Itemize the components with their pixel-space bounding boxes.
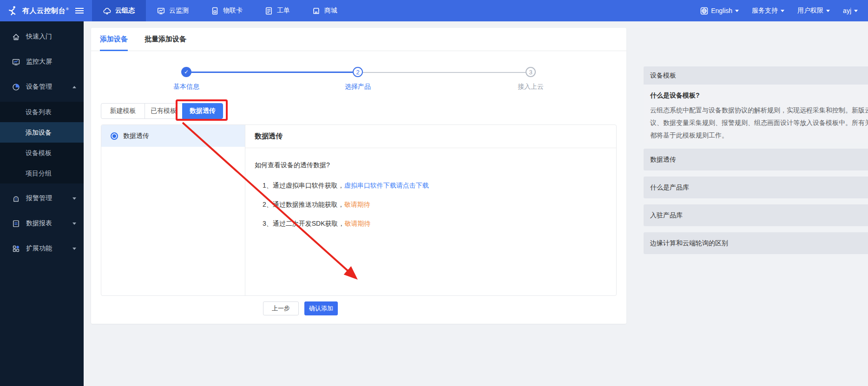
nav-label: 云组态 [115,7,135,15]
card-tabs: 添加设备 批量添加设备 [91,28,626,51]
detail-body: 如何查看设备的透传数据? 1、通过虚拟串口软件获取，虚拟串口软件下载请点击下载 … [245,148,616,228]
sidebar-item-alarm-manage[interactable]: 报警管理 [0,191,84,206]
chevron-down-icon [72,248,76,252]
help-section-device-template-body: 什么是设备模板? 云组态系统中配置与设备数据协议的解析规则，实现远程采集和控制。… [644,85,868,143]
nav-item-cloud-scada[interactable]: 云组态 [92,0,146,21]
step-1-circle-check-icon: ✓ [181,67,191,77]
sidebar-item-project-group[interactable]: 项目分组 [0,163,84,183]
step-2-label: 选择产品 [330,83,386,91]
chevron-up-icon [72,84,76,88]
coming-soon-label: 敬请期待 [345,220,371,227]
passthrough-detail: 数据透传 如何查看设备的透传数据? 1、通过虚拟串口软件获取，虚拟串口软件下载请… [245,125,616,295]
sidebar-item-add-device[interactable]: 添加设备 [0,122,84,143]
line-text: 2、通过数据推送功能获取， [263,201,344,208]
device-manage-submenu: 设备列表 添加设备 设备模板 项目分组 [0,102,84,183]
coming-soon-label: 敬请期待 [344,201,370,208]
username-label: ayj [843,7,851,14]
download-link[interactable]: 虚拟串口软件下载请点击下载 [344,182,429,189]
stepper-line-done [191,72,353,73]
chevron-down-icon [72,222,76,227]
help-answer: 云组态系统中配置与设备数据协议的解析规则，实现远程采集和控制。新版云服务将通讯协… [650,104,868,142]
help-section-device-template[interactable]: 设备模板 [644,66,868,85]
detail-question: 如何查看设备的透传数据? [255,161,607,170]
chevron-down-icon [735,10,739,14]
sidebar-item-device-list[interactable]: 设备列表 [0,102,84,122]
nav-item-work-order[interactable]: 工单 [254,0,301,21]
sidebar: 快速入门 监控大屏 设备管理 设备列表 添加设备 设备模板 项目分组 报警管理 … [0,21,84,386]
sidebar-item-extensions[interactable]: 扩展功能 [0,241,84,256]
chevron-down-icon [854,10,858,14]
help-section-data-passthrough[interactable]: 数据透传 [644,149,868,170]
sidebar-label: 扩展功能 [26,244,72,253]
globe-icon [700,7,708,15]
detail-line-2: 2、通过数据推送功能获取，敬请期待 [255,201,607,209]
stepper-line-todo [363,72,526,73]
monitor-chart-icon [157,7,165,15]
home-icon [12,33,20,41]
support-label: 服务支持 [752,7,778,15]
step-1-label: 基本信息 [158,83,214,91]
step-2-circle: 2 [353,67,363,77]
cloud-icon [103,7,111,15]
dashboard-screen-icon [12,58,20,66]
sidebar-label: 数据报表 [26,219,72,228]
confirm-add-button[interactable]: 确认添加 [304,301,338,315]
navbar-right: English 服务支持 用户权限 ayj [700,7,868,15]
chevron-down-icon [781,10,784,14]
sidebar-label: 监控大屏 [26,58,76,66]
device-manage-icon [12,83,20,91]
help-question: 什么是设备模板? [650,92,868,100]
reg-mark: ® [66,7,69,11]
runner-logo-icon [7,6,18,16]
nav-item-store[interactable]: 商城 [301,0,349,21]
list-item-label: 数据透传 [123,132,149,140]
language-dropdown[interactable]: English [700,7,739,15]
tab-batch-add-device[interactable]: 批量添加设备 [145,28,186,51]
nav-item-cloud-monitor[interactable]: 云监测 [146,0,200,21]
help-section-edge-vs-cloud-polling[interactable]: 边缘计算和云端轮询的区别 [644,232,868,254]
tab-existing-template[interactable]: 已有模板 [145,103,183,119]
chevron-down-icon [826,10,830,14]
sidebar-item-data-report[interactable]: 数据报表 [0,216,84,231]
logo[interactable]: 有人云控制台® [0,6,92,16]
sidebar-label: 报警管理 [26,194,72,203]
detail-line-3: 3、通过二次开发SDK获取，敬请期待 [255,220,607,228]
sidebar-label: 快速入门 [26,33,76,41]
sidebar-item-quick-start[interactable]: 快速入门 [0,29,84,44]
tab-add-device[interactable]: 添加设备 [100,28,128,51]
sidebar-label: 设备管理 [26,83,72,91]
passthrough-option-list: 数据透传 [101,125,245,295]
add-device-card: 添加设备 批量添加设备 ✓ 2 3 基本信息 选择产品 接入上云 新建模板 已有… [91,28,626,324]
app-title: 有人云控制台® [22,7,69,15]
prev-step-button[interactable]: 上一步 [263,301,299,315]
extension-icon [12,245,20,253]
sidebar-item-device-manage[interactable]: 设备管理 [0,79,84,94]
store-icon [312,7,320,15]
step-3-circle: 3 [526,67,536,77]
stepper: ✓ 2 3 基本信息 选择产品 接入上云 [91,67,626,95]
line-text: 1、通过虚拟串口软件获取， [263,182,344,189]
support-dropdown[interactable]: 服务支持 [752,7,784,15]
report-icon [12,220,20,228]
radio-selected-icon[interactable] [111,132,118,140]
sidebar-item-monitor-screen[interactable]: 监控大屏 [0,54,84,69]
detail-title: 数据透传 [245,125,616,148]
list-item-data-passthrough[interactable]: 数据透传 [101,125,245,147]
top-navbar: 有人云控制台® 云组态 云监测 物联卡 工单 商城 [0,0,868,21]
help-section-join-product-library[interactable]: 入驻产品库 [644,204,868,226]
menu-toggle-icon[interactable] [75,8,84,13]
language-label: English [711,7,732,14]
user-dropdown[interactable]: ayj [843,7,858,14]
work-order-icon [265,7,273,15]
nav-label: 工单 [277,7,290,15]
tab-new-template[interactable]: 新建模板 [101,103,145,119]
nav-item-iot-card[interactable]: 物联卡 [200,0,254,21]
sim-card-icon [211,7,219,15]
sidebar-item-device-template[interactable]: 设备模板 [0,143,84,163]
nav-label: 物联卡 [223,7,243,15]
tab-data-passthrough[interactable]: 数据透传 [182,103,223,119]
help-section-what-is-product-library[interactable]: 什么是产品库 [644,177,868,198]
alarm-icon [12,195,20,203]
permission-dropdown[interactable]: 用户权限 [797,7,830,15]
app-window: 有人云控制台® 云组态 云监测 物联卡 工单 商城 [0,0,868,386]
